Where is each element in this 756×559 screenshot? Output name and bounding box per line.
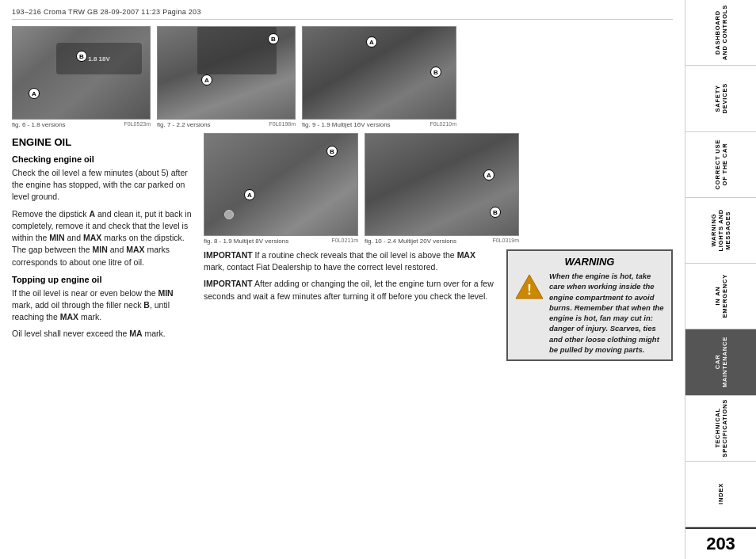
fig10-block: A B fig. 10 - 2.4 Multijet 20V versions … bbox=[365, 133, 519, 245]
fig7-label: fig. 7 - 2.2 versions bbox=[157, 121, 211, 128]
sidebar-label-correct-use: CORRECT USEOF THE CAR bbox=[714, 139, 728, 189]
fig10-image: A B bbox=[365, 133, 519, 236]
sidebar-item-technical[interactable]: TECHNICALSPECIFICATIONS bbox=[685, 396, 756, 462]
important2-text: IMPORTANT After adding or changing the o… bbox=[204, 278, 498, 302]
fig9-label: fig. 9 - 1.9 Multijet 16V versions bbox=[302, 121, 391, 128]
topping-text1: If the oil level is near or even below t… bbox=[12, 287, 194, 324]
sidebar-label-safety: SAFETYDEVICES bbox=[714, 83, 728, 114]
fig7-image: B A bbox=[157, 26, 296, 120]
sidebar-label-car-maintenance: CARMAINTENANCE bbox=[714, 337, 728, 387]
fig8-label: fig. 8 - 1.9 Multijet 8V versions bbox=[204, 238, 288, 245]
right-column: B A fig. 8 - 1.9 Multijet 8V versions F0… bbox=[204, 133, 673, 361]
fig7-block: B A fig. 7 - 2.2 versions F0L0198m bbox=[157, 26, 296, 128]
fig9-label-b: B bbox=[430, 67, 441, 78]
section-title-engine-oil: ENGINE OIL bbox=[12, 136, 194, 148]
fig6-label-b: B bbox=[76, 51, 87, 62]
sidebar-label-technical: TECHNICALSPECIFICATIONS bbox=[714, 399, 728, 458]
sidebar-label-emergency: IN ANEMERGENCY bbox=[714, 274, 728, 318]
fig6-label-a: A bbox=[29, 88, 40, 99]
fig6-code: F0L0523m bbox=[124, 121, 151, 128]
topping-title: Topping up engine oil bbox=[12, 275, 194, 284]
fig9-caption: fig. 9 - 1.9 Multijet 16V versions F0L02… bbox=[302, 121, 456, 128]
sidebar-item-correct-use[interactable]: CORRECT USEOF THE CAR bbox=[685, 132, 756, 198]
warning-body-text: When the engine is hot, take care when w… bbox=[549, 271, 665, 355]
sidebar-item-dashboard[interactable]: DASHBOARDAND CONTROLS bbox=[685, 0, 756, 66]
top-images-row: 1.8 18V B A fig. 6 - 1.8 versions F0L052… bbox=[12, 26, 673, 128]
important1-text: IMPORTANT If a routine check reveals tha… bbox=[204, 249, 498, 273]
warning-title: WARNING bbox=[514, 256, 665, 268]
sidebar-item-car-maintenance[interactable]: CARMAINTENANCE bbox=[685, 329, 756, 395]
right-images-row: B A fig. 8 - 1.9 Multijet 8V versions F0… bbox=[204, 133, 673, 245]
sidebar-item-safety[interactable]: SAFETYDEVICES bbox=[685, 66, 756, 131]
fig7-caption: fig. 7 - 2.2 versions F0L0198m bbox=[157, 121, 296, 128]
fig8-image: B A bbox=[204, 133, 358, 236]
fig8-label-b: B bbox=[326, 146, 338, 157]
body-split: ENGINE OIL Checking engine oil Check the… bbox=[12, 133, 673, 361]
page-container: 193–216 Croma TRW GB 28-09-2007 11:23 Pa… bbox=[0, 0, 756, 559]
fig10-caption: fig. 10 - 2.4 Multijet 20V versions F0L0… bbox=[365, 238, 519, 245]
sidebar: DASHBOARDAND CONTROLS SAFETYDEVICES CORR… bbox=[685, 0, 756, 559]
fig9-block: A B fig. 9 - 1.9 Multijet 16V versions F… bbox=[302, 26, 456, 128]
checking-text2: Remove the dipstick A and clean it, put … bbox=[12, 208, 194, 268]
warning-inner: ! When the engine is hot, take care when… bbox=[514, 271, 665, 355]
fig6-image: 1.8 18V B A bbox=[12, 26, 151, 120]
warning-box: WARNING ! When the engine is hot, take c… bbox=[506, 249, 673, 361]
header-text: 193–216 Croma TRW GB 28-09-2007 11:23 Pa… bbox=[12, 8, 201, 16]
fig10-label-b: B bbox=[490, 207, 501, 218]
sidebar-item-warning-lights[interactable]: WARNINGLIGHTS ANDMESSAGES bbox=[685, 198, 756, 264]
sidebar-label-warning-lights: WARNINGLIGHTS ANDMESSAGES bbox=[710, 209, 731, 252]
sidebar-item-emergency[interactable]: IN ANEMERGENCY bbox=[685, 264, 756, 329]
warning-triangle-icon: ! bbox=[515, 272, 544, 301]
fig6-label: fig. 6 - 1.8 versions bbox=[12, 121, 66, 128]
fig9-label-a: A bbox=[366, 36, 377, 48]
fig10-label: fig. 10 - 2.4 Multijet 20V versions bbox=[365, 238, 456, 245]
fig8-code: F0L0211m bbox=[332, 238, 358, 245]
main-content: 193–216 Croma TRW GB 28-09-2007 11:23 Pa… bbox=[0, 0, 685, 559]
topping-text2: Oil level shall never exceed the MA mark… bbox=[12, 328, 194, 340]
page-number: 203 bbox=[685, 527, 756, 559]
fig10-label-a: A bbox=[483, 169, 494, 181]
fig8-label-a: A bbox=[244, 189, 255, 200]
fig7-label-a: A bbox=[201, 74, 212, 86]
sidebar-item-index[interactable]: INDEX bbox=[685, 462, 756, 527]
fig8-caption: fig. 8 - 1.9 Multijet 8V versions F0L021… bbox=[204, 238, 358, 245]
fig6-block: 1.8 18V B A fig. 6 - 1.8 versions F0L052… bbox=[12, 26, 151, 128]
fig9-image: A B bbox=[302, 26, 456, 120]
fig10-code: F0L0319m bbox=[493, 238, 519, 245]
checking-title: Checking engine oil bbox=[12, 154, 194, 164]
fig7-code: F0L0198m bbox=[269, 121, 296, 128]
right-text-column: IMPORTANT If a routine check reveals tha… bbox=[204, 249, 498, 361]
header-strip: 193–216 Croma TRW GB 28-09-2007 11:23 Pa… bbox=[12, 8, 673, 20]
checking-text1: Check the oil level a few minutes (about… bbox=[12, 167, 194, 203]
fig6-caption: fig. 6 - 1.8 versions F0L0523m bbox=[12, 121, 151, 128]
sidebar-label-dashboard: DASHBOARDAND CONTROLS bbox=[714, 5, 728, 60]
sidebar-label-index: INDEX bbox=[717, 483, 724, 504]
svg-text:!: ! bbox=[527, 282, 532, 298]
fig7-label-b: B bbox=[268, 33, 279, 44]
right-bottom: IMPORTANT If a routine check reveals tha… bbox=[204, 249, 673, 361]
fig9-code: F0L0210m bbox=[430, 121, 456, 128]
warning-icon-container: ! bbox=[514, 271, 544, 301]
fig8-block: B A fig. 8 - 1.9 Multijet 8V versions F0… bbox=[204, 133, 358, 245]
left-column: ENGINE OIL Checking engine oil Check the… bbox=[12, 133, 194, 361]
